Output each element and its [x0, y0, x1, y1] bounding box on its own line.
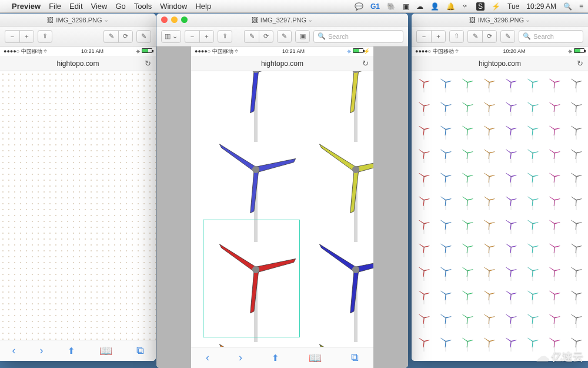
mini-turbine[interactable] — [413, 143, 435, 167]
battery-icon[interactable]: ⚡ — [492, 2, 500, 11]
mini-turbine[interactable] — [500, 308, 522, 331]
mini-turbine[interactable] — [478, 96, 500, 120]
mini-turbine[interactable] — [413, 214, 435, 237]
phone-body-turbines[interactable] — [191, 71, 373, 347]
mini-turbine[interactable] — [413, 120, 435, 143]
titlebar[interactable]: 🖼 IMG_3298.PNG ⌄ — [0, 14, 156, 26]
close-button[interactable] — [161, 16, 168, 23]
menu-window[interactable]: Window — [160, 2, 187, 11]
mini-turbine[interactable] — [543, 284, 565, 308]
mini-turbine[interactable] — [413, 331, 435, 355]
mini-turbine[interactable] — [435, 96, 456, 120]
mini-turbine[interactable] — [522, 167, 543, 190]
mini-turbine[interactable] — [565, 143, 587, 167]
mini-turbine[interactable] — [500, 214, 522, 237]
menu-icon[interactable]: ≡ — [579, 2, 583, 11]
mini-turbine[interactable] — [456, 261, 478, 284]
mini-turbine[interactable] — [413, 237, 435, 261]
highlight-button[interactable]: ✎ — [467, 30, 482, 43]
mini-turbine[interactable] — [435, 167, 456, 190]
chevron-down-icon[interactable]: ⌄ — [525, 16, 530, 24]
zoom-out-button[interactable]: − — [5, 30, 19, 43]
mini-turbine[interactable] — [500, 190, 522, 214]
menu-file[interactable]: File — [49, 2, 61, 11]
mini-turbine[interactable] — [500, 120, 522, 143]
reload-icon[interactable]: ↻ — [145, 59, 151, 68]
mini-turbine[interactable] — [543, 190, 565, 214]
menu-view[interactable]: View — [91, 2, 108, 11]
mini-turbine[interactable] — [413, 308, 435, 331]
crop-button[interactable]: ▣ — [295, 30, 310, 43]
mini-turbine[interactable] — [435, 331, 456, 355]
mini-turbine[interactable] — [456, 284, 478, 308]
share-button[interactable]: ⇧ — [218, 30, 232, 43]
sidebar-button[interactable]: ▥ ⌄ — [161, 30, 181, 43]
user-icon[interactable]: 👤 — [430, 2, 439, 11]
rotate-button[interactable]: ⟳ — [118, 30, 133, 43]
bookmarks-icon[interactable]: 📖 — [309, 352, 322, 364]
mini-turbine[interactable] — [478, 72, 500, 96]
mini-turbine[interactable] — [522, 72, 543, 96]
mini-turbine[interactable] — [435, 190, 456, 214]
mini-turbine[interactable] — [413, 167, 435, 190]
zoom-in-button[interactable]: + — [431, 30, 446, 43]
mini-turbine[interactable] — [543, 167, 565, 190]
mini-turbine[interactable] — [543, 308, 565, 331]
mini-turbine[interactable] — [543, 214, 565, 237]
mini-turbine[interactable] — [456, 120, 478, 143]
mini-turbine[interactable] — [522, 214, 543, 237]
mini-turbine[interactable] — [413, 261, 435, 284]
bookmarks-icon[interactable]: 📖 — [99, 344, 112, 357]
back-button[interactable]: ‹ — [206, 352, 209, 364]
mini-turbine[interactable] — [435, 237, 456, 261]
share-button[interactable]: ⇧ — [38, 30, 52, 43]
menu-go[interactable]: Go — [115, 2, 125, 11]
mini-turbine[interactable] — [543, 96, 565, 120]
mini-turbine[interactable] — [565, 214, 587, 237]
bell-icon[interactable]: 🔔 — [446, 2, 455, 11]
mini-turbine[interactable] — [435, 120, 456, 143]
phone-urlbar[interactable]: hightopo.com ↻ — [0, 56, 156, 71]
mini-turbine[interactable] — [456, 167, 478, 190]
mini-turbine[interactable] — [543, 72, 565, 96]
mini-turbine[interactable] — [522, 237, 543, 261]
titlebar[interactable]: 🖼 IMG_3296.PNG ⌄ — [412, 14, 588, 26]
search-field[interactable]: 🔍Search — [313, 30, 403, 43]
mini-turbine[interactable] — [500, 237, 522, 261]
mini-turbine[interactable] — [478, 143, 500, 167]
cloud-icon[interactable]: ☁ — [416, 2, 423, 11]
menu-help[interactable]: Help — [195, 2, 211, 11]
wechat-icon[interactable]: 💬 — [355, 2, 363, 11]
mini-turbine[interactable] — [522, 261, 543, 284]
mini-turbine[interactable] — [413, 96, 435, 120]
mini-turbine[interactable] — [435, 72, 456, 96]
mini-turbine[interactable] — [565, 237, 587, 261]
phone-body-turbines[interactable] — [412, 71, 588, 361]
mini-turbine[interactable] — [565, 308, 587, 331]
mini-turbine[interactable] — [500, 72, 522, 96]
tabs-icon[interactable]: ⧉ — [136, 344, 144, 357]
mini-turbine[interactable] — [456, 308, 478, 331]
mini-turbine[interactable] — [435, 143, 456, 167]
zoom-out-button[interactable]: − — [185, 30, 199, 43]
mini-turbine[interactable] — [543, 261, 565, 284]
markup-button[interactable]: ✎ — [136, 30, 151, 43]
share-button[interactable]: ⇧ — [449, 30, 464, 43]
mini-turbine[interactable] — [522, 308, 543, 331]
mini-turbine[interactable] — [456, 190, 478, 214]
menu-edit[interactable]: Edit — [69, 2, 82, 11]
mini-turbine[interactable] — [413, 284, 435, 308]
highlight-button[interactable]: ✎ — [103, 30, 118, 43]
mini-turbine[interactable] — [500, 284, 522, 308]
mini-turbine[interactable] — [435, 261, 456, 284]
mini-turbine[interactable] — [522, 120, 543, 143]
search-field[interactable]: 🔍Search — [519, 30, 583, 43]
mini-turbine[interactable] — [500, 261, 522, 284]
highlight-button[interactable]: ✎ — [244, 30, 259, 43]
app-name[interactable]: Preview — [12, 2, 41, 11]
markup-button[interactable]: ✎ — [277, 30, 292, 43]
mini-turbine[interactable] — [543, 237, 565, 261]
titlebar[interactable]: 🖼 IMG_3297.PNG ⌄ — [156, 14, 408, 26]
mini-turbine[interactable] — [413, 72, 435, 96]
mini-turbine[interactable] — [500, 331, 522, 355]
